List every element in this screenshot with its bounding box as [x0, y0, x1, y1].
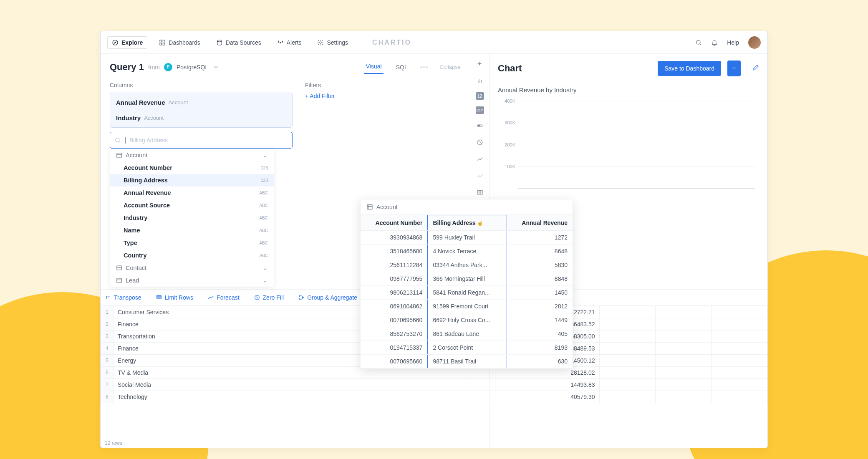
nav-explore-label: Explore: [121, 39, 143, 46]
database-icon: [216, 39, 223, 46]
zero-fill-action[interactable]: Zero Fill: [254, 294, 284, 301]
tree-item[interactable]: Account Number123: [110, 161, 274, 174]
avatar[interactable]: [748, 36, 761, 49]
tree-item[interactable]: IndustryABC: [110, 212, 274, 224]
divider-dots: •••: [420, 64, 429, 71]
column-pill[interactable]: Annual Revenue Account: [110, 95, 292, 110]
svg-point-9: [696, 40, 700, 44]
query-title: Query 1: [110, 62, 144, 73]
search-icon[interactable]: [695, 39, 702, 46]
nav-alerts[interactable]: Alerts: [273, 37, 306, 48]
columns-label: Columns: [110, 82, 293, 88]
svg-rect-33: [156, 297, 161, 298]
tree-item[interactable]: CountryABC: [110, 249, 274, 262]
bar-chart-icon[interactable]: [475, 76, 485, 86]
svg-rect-13: [117, 153, 121, 157]
table-row[interactable]: 256111228403344 Anthes Park...5830: [361, 258, 573, 272]
row-count: 12 rows: [105, 440, 122, 446]
table-row[interactable]: 0987777955366 Morningstar Hill8848: [361, 272, 573, 286]
preview-header[interactable]: Annual Revenue: [507, 215, 573, 231]
number-icon[interactable]: 12: [476, 92, 484, 100]
chart-canvas: 400K300K200K100K: [518, 101, 755, 189]
tree-group[interactable]: Lead⌄: [110, 274, 274, 287]
gauge-icon[interactable]: [475, 121, 485, 131]
transpose-action[interactable]: Transpose: [105, 294, 141, 301]
nav-data-sources[interactable]: Data Sources: [212, 37, 265, 48]
collapse-link[interactable]: Collapse: [439, 64, 461, 70]
forecast-action[interactable]: Forecast: [207, 294, 239, 301]
svg-rect-32: [156, 295, 161, 297]
chart-title: Chart: [498, 63, 522, 74]
tree-item[interactable]: Account SourceABC: [110, 199, 274, 212]
line-chart-icon[interactable]: [475, 154, 485, 164]
svg-point-6: [217, 40, 222, 42]
table-row[interactable]: 8562753270861 Badeau Lane405: [361, 327, 573, 341]
svg-point-11: [116, 138, 119, 142]
nav-data-sources-label: Data Sources: [226, 39, 261, 46]
column-pill[interactable]: Industry Account: [110, 110, 292, 126]
table-row[interactable]: 35184656004 Novick Terrace8648: [361, 245, 573, 258]
tab-visual[interactable]: Visual: [364, 60, 384, 74]
nav-settings[interactable]: Settings: [313, 37, 352, 48]
nav-dashboards-label: Dashboards: [169, 39, 200, 46]
svg-point-37: [299, 299, 300, 300]
bell-icon[interactable]: [711, 39, 718, 46]
svg-line-12: [119, 141, 120, 143]
tree-item[interactable]: Billing Address123: [110, 174, 274, 187]
tree-group[interactable]: Account⌄: [110, 149, 274, 161]
svg-rect-19: [367, 205, 372, 209]
svg-point-8: [320, 42, 321, 43]
svg-rect-26: [477, 125, 480, 126]
chevron-down-icon[interactable]: [212, 64, 219, 71]
nav-dashboards[interactable]: Dashboards: [155, 37, 204, 48]
number-compare-icon[interactable]: 12↗: [476, 106, 484, 114]
tree-item[interactable]: Annual RevenueABC: [110, 187, 274, 199]
svg-rect-15: [117, 266, 121, 270]
pie-icon[interactable]: [475, 137, 485, 147]
add-filter-button[interactable]: + Add Filter: [305, 93, 488, 99]
table-row[interactable]: 069100486291599 Fremont Court2812: [361, 300, 573, 313]
table-row[interactable]: 00706956606692 Holy Cross Co...1449: [361, 313, 573, 327]
save-dropdown[interactable]: [727, 61, 741, 76]
brand-logo: CHARTIO: [372, 39, 411, 46]
table-icon: [116, 152, 122, 159]
preview-header[interactable]: Account Number: [361, 215, 428, 231]
group-aggregate-action[interactable]: Group & Aggregate: [298, 294, 357, 301]
nav-explore[interactable]: Explore: [107, 36, 147, 49]
grid-icon: [159, 39, 166, 46]
area-chart-icon[interactable]: [475, 171, 485, 181]
tab-sql[interactable]: SQL: [394, 61, 409, 74]
limit-rows-action[interactable]: Limit Rows: [156, 294, 193, 301]
search-icon: [114, 137, 121, 144]
svg-rect-3: [163, 40, 165, 42]
svg-rect-28: [477, 190, 482, 194]
table-row[interactable]: 3930934868599 Huxley Trail1272: [361, 231, 573, 245]
svg-point-7: [280, 42, 281, 43]
nav-settings-label: Settings: [327, 39, 348, 46]
table-icon: [116, 265, 122, 271]
save-to-dashboard-button[interactable]: Save to Dashboard: [658, 61, 721, 76]
sparkle-icon[interactable]: ✦: [475, 59, 485, 69]
preview-header[interactable]: Billing Address ☝: [428, 215, 507, 231]
svg-rect-2: [160, 40, 162, 42]
source-name[interactable]: PostgreSQL: [177, 64, 208, 71]
gear-icon: [317, 39, 324, 46]
svg-rect-5: [163, 43, 165, 45]
svg-line-35: [256, 296, 258, 298]
table-chart-icon[interactable]: [475, 187, 485, 197]
result-row[interactable]: 8Technology40579.30: [101, 391, 767, 403]
tree-item[interactable]: NameABC: [110, 224, 274, 237]
tree-group[interactable]: Contact⌄: [110, 262, 274, 274]
table-row[interactable]: 01947153372 Corscot Point8193: [361, 341, 573, 355]
result-row[interactable]: 7Social Media14493.83: [101, 379, 767, 391]
app-window: Explore Dashboards Data Sources Alerts S…: [100, 31, 768, 448]
table-row[interactable]: 007069566098711 Basil Trail630: [361, 355, 573, 368]
tree-item[interactable]: TypeABC: [110, 237, 274, 249]
edit-chart-icon[interactable]: [752, 64, 759, 73]
table-row[interactable]: 98062131145841 Ronald Regan...1450: [361, 286, 573, 300]
svg-line-10: [700, 43, 701, 45]
svg-marker-1: [114, 42, 116, 43]
help-link[interactable]: Help: [727, 39, 739, 46]
column-search[interactable]: |: [110, 132, 293, 149]
column-search-input[interactable]: [129, 137, 288, 144]
